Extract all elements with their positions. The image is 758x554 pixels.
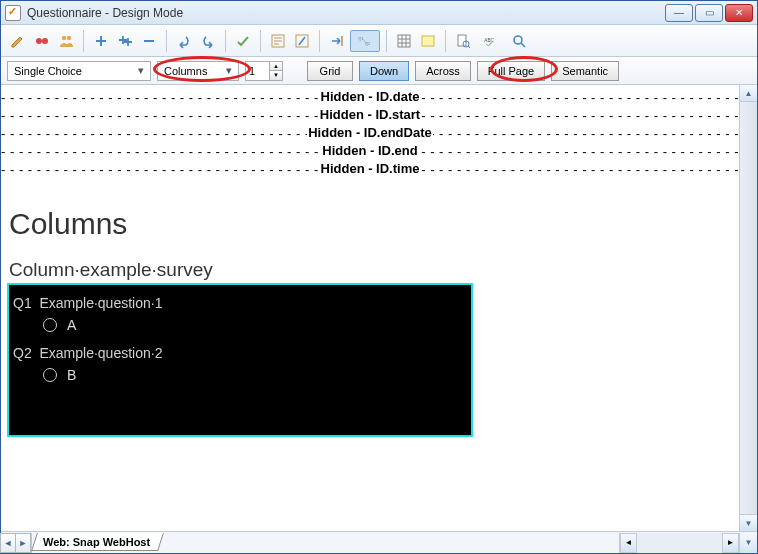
users-icon[interactable] [55,30,77,52]
scroll-down-icon[interactable]: ▼ [740,514,757,531]
vertical-scrollbar[interactable]: ▲ ▼ [739,85,757,531]
hidden-field-label: Hidden - ID.end [321,143,418,158]
grid-view-icon[interactable] [393,30,415,52]
search-icon[interactable] [508,30,530,52]
scroll-left-icon[interactable]: ◄ [620,533,637,553]
grid-button[interactable]: Grid [307,61,353,81]
question-row[interactable]: Q1 Example·question·1A [13,295,471,333]
hidden-field-row[interactable]: - - - - - - - - - - - - - - - - - - - - … [1,107,739,125]
hidden-field-row[interactable]: - - - - - - - - - - - - - - - - - - - - … [1,161,739,179]
hidden-field-label: Hidden - ID.start [319,107,421,122]
question-text: Q2 Example·question·2 [13,345,471,361]
svg-rect-8 [398,35,410,47]
document: - - - - - - - - - - - - - - - - - - - - … [1,85,739,437]
q1q2-icon[interactable]: Q1Q2 [350,30,380,52]
hidden-field-row[interactable]: - - - - - - - - - - - - - - - - - - - - … [1,143,739,161]
layout-value: Columns [164,65,207,77]
spellcheck-icon[interactable]: ABC [476,30,506,52]
content-area: - - - - - - - - - - - - - - - - - - - - … [1,85,757,531]
semantic-button[interactable]: Semantic [551,61,619,81]
svg-point-3 [67,35,71,39]
svg-rect-10 [458,35,466,46]
hscroll-track[interactable] [637,533,722,553]
svg-point-2 [62,35,66,39]
hidden-field-row[interactable]: - - - - - - - - - - - - - - - - - - - - … [1,89,739,107]
goto-icon[interactable] [326,30,348,52]
option-label: A [67,317,76,333]
highlight-icon[interactable] [417,30,439,52]
question-row[interactable]: Q2 Example·question·2B [13,345,471,383]
layout-toolbar: Single Choice ▾ Columns ▾ ▲ ▼ Grid Down … [1,57,757,85]
hidden-field-label: Hidden - ID.time [320,161,421,176]
svg-point-13 [514,36,522,44]
radio-icon[interactable] [43,318,57,332]
properties-icon[interactable] [267,30,289,52]
chevron-down-icon: ▾ [133,64,148,77]
option-label: B [67,367,76,383]
titlebar: Questionnaire - Design Mode — ▭ ✕ [1,1,757,25]
columns-spinner[interactable]: ▲ ▼ [245,61,283,81]
publish-tab-label: Web: Snap WebHost [43,535,150,547]
spinner-down-icon[interactable]: ▼ [270,71,282,80]
radio-icon[interactable] [43,368,57,382]
check-icon[interactable] [232,30,254,52]
option-row[interactable]: A [43,317,471,333]
page-subtitle: Column·example·survey [9,259,739,281]
layout-combo[interactable]: Columns ▾ [157,61,239,81]
window-controls: — ▭ ✕ [665,4,753,22]
close-button[interactable]: ✕ [725,4,753,22]
svg-text:Q2: Q2 [365,41,371,46]
window-title: Questionnaire - Design Mode [27,6,665,20]
fullpage-button[interactable]: Full Page [477,61,545,81]
remove-icon[interactable] [138,30,160,52]
page-title: Columns [9,207,739,241]
down-button[interactable]: Down [359,61,409,81]
spinner-up-icon[interactable]: ▲ [270,62,282,72]
tab-next-icon[interactable]: ► [15,533,31,553]
edit-mode-icon[interactable] [7,30,29,52]
question-type-combo[interactable]: Single Choice ▾ [7,61,151,81]
variables-icon[interactable] [31,30,53,52]
content-scroll: - - - - - - - - - - - - - - - - - - - - … [1,85,739,531]
app-window: Questionnaire - Design Mode — ▭ ✕ Q1Q2 A… [0,0,758,554]
hidden-field-label: Hidden - ID.date [320,89,421,104]
horizontal-scrollbar[interactable]: ◄ ► [619,533,739,553]
tab-prev-icon[interactable]: ◄ [0,533,16,553]
styles-icon[interactable] [291,30,313,52]
hidden-field-label: Hidden - ID.endDate [307,125,433,140]
app-icon [5,5,21,21]
bottom-bar: ◄ ► Web: Snap WebHost ◄ ► ▼ [1,531,757,553]
scroll-down-corner-icon[interactable]: ▼ [739,533,757,553]
add-multi-icon[interactable] [114,30,136,52]
publish-tab[interactable]: Web: Snap WebHost [31,533,164,551]
hidden-field-row[interactable]: - - - - - - - - - - - - - - - - - - - - … [1,125,739,143]
svg-text:ABC: ABC [484,37,494,42]
undo-icon[interactable] [173,30,195,52]
svg-rect-9 [422,36,434,46]
option-row[interactable]: B [43,367,471,383]
svg-point-1 [42,38,48,44]
main-toolbar: Q1Q2 ABC [1,25,757,57]
columns-input[interactable] [245,61,269,81]
redo-icon[interactable] [197,30,219,52]
scroll-right-icon[interactable]: ► [722,533,739,553]
question-type-value: Single Choice [14,65,82,77]
across-button[interactable]: Across [415,61,471,81]
preview-icon[interactable] [452,30,474,52]
question-text: Q1 Example·question·1 [13,295,471,311]
svg-point-0 [36,38,42,44]
minimize-button[interactable]: — [665,4,693,22]
maximize-button[interactable]: ▭ [695,4,723,22]
scroll-up-icon[interactable]: ▲ [740,85,757,102]
chevron-down-icon: ▾ [221,64,236,77]
survey-preview[interactable]: Q1 Example·question·1AQ2 Example·questio… [7,283,473,437]
tab-nav: ◄ ► [1,533,32,553]
add-icon[interactable] [90,30,112,52]
